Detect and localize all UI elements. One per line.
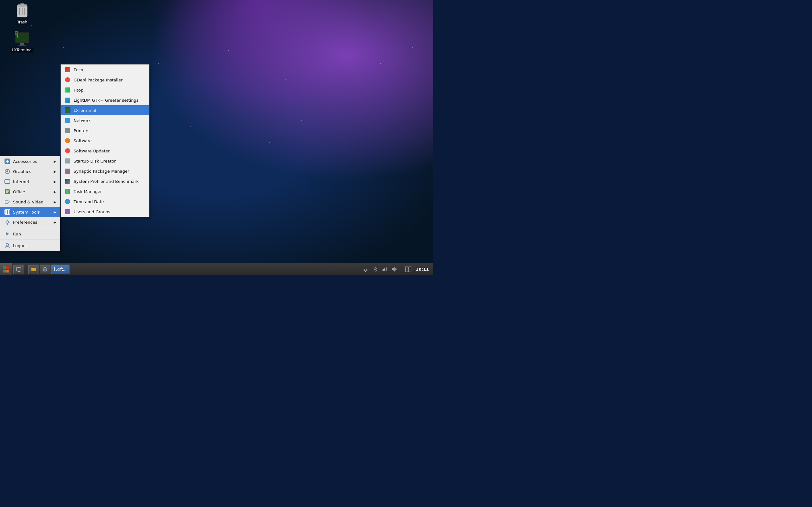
svg-rect-43 bbox=[16, 268, 21, 271]
preferences-icon bbox=[4, 219, 10, 225]
system-tools-icon bbox=[4, 209, 10, 215]
svg-rect-2 bbox=[20, 3, 24, 5]
graphics-icon bbox=[4, 168, 10, 175]
lxterminal-submenu-label: LXTerminal bbox=[73, 108, 96, 113]
system-tools-submenu: Fcitx GDebi Package Installer Htop Light… bbox=[61, 64, 149, 217]
submenu-item-users-groups[interactable]: Users and Groups bbox=[61, 207, 149, 217]
tray-network-icon[interactable] bbox=[362, 266, 369, 273]
software-taskbar-label: [Soft... bbox=[54, 267, 67, 272]
submenu-item-synaptic[interactable]: Synaptic Package Manager bbox=[61, 166, 149, 176]
accessories-label: Accessories bbox=[13, 159, 37, 164]
desktop-icon-lxterminal[interactable]: $ _ ↗ LXTerminal bbox=[9, 31, 35, 53]
startup-disk-label: Startup Disk Creator bbox=[73, 159, 116, 164]
menu-item-accessories[interactable]: Accessories ▶ bbox=[0, 156, 60, 166]
menu-item-office[interactable]: Office ▶ bbox=[0, 187, 60, 197]
software-label: Software bbox=[73, 138, 92, 143]
menu-divider-2 bbox=[0, 239, 60, 240]
submenu-item-startup-disk[interactable]: Startup Disk Creator bbox=[61, 156, 149, 166]
network-icon bbox=[64, 117, 71, 124]
tray-switch-user-icon[interactable] bbox=[404, 266, 412, 273]
submenu-item-network[interactable]: Network bbox=[61, 115, 149, 125]
desktop-icon-trash[interactable]: Trash bbox=[9, 3, 35, 25]
svg-rect-31 bbox=[8, 212, 9, 214]
profiler-label: System Profiler and Benchmark bbox=[73, 179, 139, 184]
submenu-item-lxterminal[interactable]: LXTerminal bbox=[61, 105, 149, 115]
taskbar-clock[interactable]: 18:11 bbox=[414, 266, 431, 272]
system-tray: 18:11 bbox=[359, 265, 433, 274]
startup-disk-icon bbox=[64, 158, 71, 164]
taskbar-start-button[interactable] bbox=[0, 263, 12, 275]
task-manager-icon bbox=[64, 188, 71, 195]
software-icon bbox=[64, 137, 71, 144]
software-updater-label: Software Updater bbox=[73, 149, 110, 153]
graphics-arrow: ▶ bbox=[54, 170, 56, 173]
tray-network2-icon[interactable] bbox=[380, 266, 388, 273]
svg-marker-52 bbox=[392, 267, 395, 272]
svg-rect-42 bbox=[6, 270, 9, 273]
trash-icon-label: Trash bbox=[16, 20, 29, 25]
taskbar: [Soft... bbox=[0, 263, 433, 275]
start-button-icon bbox=[2, 266, 10, 273]
tray-bluetooth-icon[interactable] bbox=[371, 266, 379, 273]
internet-icon bbox=[4, 178, 10, 185]
svg-rect-10 bbox=[18, 45, 26, 46]
sound-video-arrow: ▶ bbox=[54, 200, 56, 204]
network-taskbar-btn[interactable] bbox=[40, 265, 50, 274]
lxterminal-icon: $ _ ↗ bbox=[14, 31, 30, 46]
printers-label: Printers bbox=[73, 128, 90, 133]
menu-item-logout[interactable]: Logout bbox=[0, 240, 60, 250]
office-label: Office bbox=[13, 189, 25, 194]
menu-item-preferences[interactable]: Preferences ▶ bbox=[0, 217, 60, 227]
logout-icon bbox=[4, 242, 10, 249]
submenu-item-profiler[interactable]: System Profiler and Benchmark bbox=[61, 176, 149, 186]
htop-label: Htop bbox=[73, 88, 84, 93]
submenu-item-lightdm[interactable]: LightDM GTK+ Greeter settings bbox=[61, 95, 149, 105]
svg-point-17 bbox=[6, 170, 8, 172]
network-label: Network bbox=[73, 118, 91, 123]
svg-marker-37 bbox=[6, 232, 9, 236]
system-tools-arrow: ▶ bbox=[54, 210, 56, 214]
file-manager-taskbar-btn[interactable] bbox=[28, 265, 39, 274]
submenu-item-printers[interactable]: Printers bbox=[61, 125, 149, 135]
menu-item-sound-video[interactable]: Sound & Video ▶ bbox=[0, 197, 60, 207]
svg-rect-30 bbox=[5, 212, 7, 214]
users-groups-label: Users and Groups bbox=[73, 210, 110, 214]
submenu-item-software-updater[interactable]: Software Updater bbox=[61, 146, 149, 156]
svg-rect-29 bbox=[8, 210, 9, 212]
submenu-item-time-date[interactable]: Time and Date bbox=[61, 196, 149, 207]
sound-video-label: Sound & Video bbox=[13, 200, 44, 205]
fcitx-icon bbox=[64, 66, 71, 73]
submenu-item-htop[interactable]: Htop bbox=[61, 85, 149, 95]
time-date-label: Time and Date bbox=[73, 199, 104, 204]
menu-item-graphics[interactable]: Graphics ▶ bbox=[0, 166, 60, 176]
submenu-item-fcitx[interactable]: Fcitx bbox=[61, 65, 149, 75]
svg-rect-41 bbox=[3, 270, 6, 273]
fcitx-label: Fcitx bbox=[73, 67, 84, 72]
gdebi-label: GDebi Package Installer bbox=[73, 78, 123, 82]
gdebi-icon bbox=[64, 76, 71, 83]
tray-volume-icon[interactable] bbox=[390, 266, 398, 273]
svg-rect-54 bbox=[409, 267, 411, 272]
svg-rect-47 bbox=[32, 268, 34, 269]
submenu-item-gdebi[interactable]: GDebi Package Installer bbox=[61, 75, 149, 85]
menu-item-system-tools[interactable]: System Tools ▶ Fcitx GDebi Package Insta… bbox=[0, 207, 60, 217]
task-manager-label: Task Manager bbox=[73, 189, 102, 194]
printers-icon bbox=[64, 127, 71, 134]
start-menu: Accessories ▶ Graphics ▶ Internet ▶ Offi… bbox=[0, 156, 60, 251]
office-icon bbox=[4, 188, 10, 195]
accessories-arrow: ▶ bbox=[54, 160, 56, 163]
show-desktop-button[interactable] bbox=[13, 265, 24, 274]
submenu-item-software[interactable]: Software bbox=[61, 135, 149, 146]
time-date-icon bbox=[64, 198, 71, 205]
menu-item-run[interactable]: Run bbox=[0, 229, 60, 239]
accessories-icon bbox=[4, 158, 10, 164]
svg-rect-45 bbox=[17, 272, 20, 272]
menu-item-internet[interactable]: Internet ▶ bbox=[0, 176, 60, 187]
svg-rect-28 bbox=[5, 210, 7, 212]
software-updater-icon bbox=[64, 147, 71, 154]
svg-text:$ _: $ _ bbox=[17, 35, 21, 38]
submenu-item-task-manager[interactable]: Task Manager bbox=[61, 186, 149, 196]
software-taskbar-btn[interactable]: [Soft... bbox=[51, 265, 69, 274]
svg-rect-19 bbox=[5, 180, 10, 183]
sound-video-icon bbox=[4, 199, 10, 205]
